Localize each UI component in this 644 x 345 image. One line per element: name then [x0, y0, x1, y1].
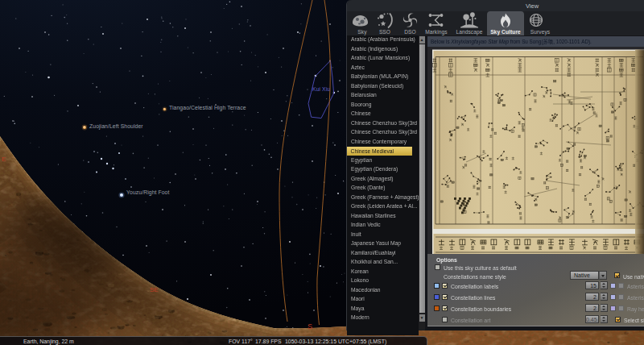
svg-text:SE: SE	[150, 286, 159, 293]
svg-text:E: E	[2, 156, 6, 163]
svg-text:S: S	[308, 322, 312, 330]
